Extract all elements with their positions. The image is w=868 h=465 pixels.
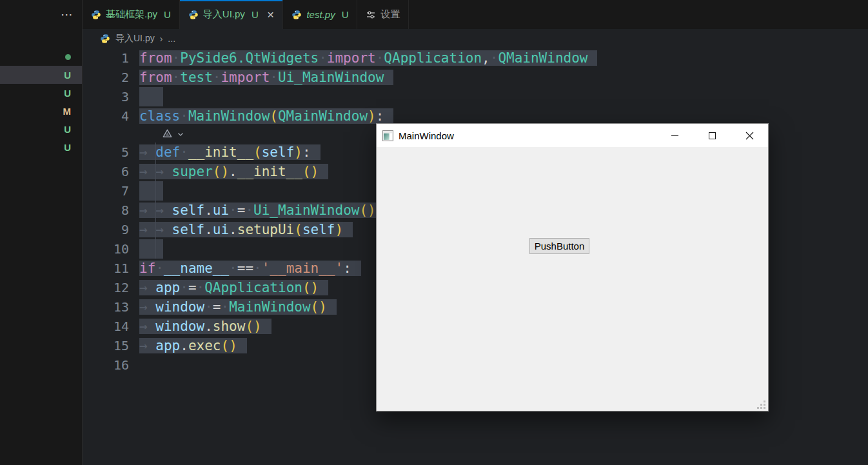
minimize-button[interactable] <box>656 124 693 147</box>
token: . <box>229 222 237 237</box>
token: class <box>139 108 180 124</box>
explorer-item[interactable]: M <box>0 102 82 120</box>
close-button[interactable] <box>731 124 768 147</box>
token: ) <box>319 299 327 315</box>
token: QMainWindow <box>278 108 368 124</box>
token: ui <box>213 203 229 218</box>
python-icon <box>100 34 110 44</box>
line-number: 12 <box>83 278 129 297</box>
maximize-button[interactable] <box>693 124 731 147</box>
git-status-badge: U <box>64 70 71 81</box>
token: · <box>172 70 181 85</box>
code-line[interactable]: 3 <box>83 87 868 106</box>
line-content: → app.exec() <box>139 338 247 353</box>
explorer-item[interactable]: U <box>0 66 82 84</box>
token: → <box>139 338 155 353</box>
indent-guide <box>155 143 156 162</box>
qt-window-title: MainWindow <box>399 130 454 141</box>
code-line[interactable]: 2from·test·import·Ui_MainWindow <box>83 68 868 87</box>
token: ) <box>253 319 262 334</box>
line-number: 2 <box>83 68 129 87</box>
close-icon[interactable]: ✕ <box>267 10 275 20</box>
token: __init__ <box>237 164 302 179</box>
git-status-badge: M <box>63 106 72 117</box>
token: MainWindow <box>188 108 270 124</box>
token: ( <box>294 222 302 237</box>
selection: → window.show() <box>139 319 271 334</box>
qt-caption-buttons <box>656 124 768 147</box>
resize-grip[interactable] <box>757 400 766 409</box>
explorer-item[interactable]: U <box>0 84 82 102</box>
line-number: 15 <box>83 336 129 355</box>
selection: → app.exec() <box>139 338 247 353</box>
tab-label: 基础框架.py <box>106 8 157 21</box>
token: self <box>302 222 335 237</box>
indent-guide <box>155 181 156 201</box>
line-number: 3 <box>83 87 129 106</box>
token: exec <box>188 338 221 353</box>
git-status-badge: U <box>342 9 349 20</box>
token: ( <box>359 203 368 218</box>
token: ( <box>245 319 253 334</box>
editor-tab[interactable]: test.pyU <box>283 0 357 29</box>
token: show <box>213 319 246 334</box>
token: window <box>155 299 204 315</box>
token: → <box>139 319 155 334</box>
explorer-item[interactable]: U <box>0 138 82 156</box>
line-content: → window.show() <box>139 319 271 334</box>
token: , <box>482 50 490 66</box>
selection: class·MainWindow(QMainWindow): <box>139 108 393 124</box>
token: import <box>221 70 270 85</box>
selection <box>139 239 163 259</box>
selection: → def·__init__(self): <box>139 144 321 160</box>
breadcrumb[interactable]: 导入UI.py › ... <box>83 29 868 48</box>
token: ( <box>213 164 221 179</box>
token: · <box>319 50 327 66</box>
breadcrumb-separator-icon: › <box>160 34 163 44</box>
more-actions-icon[interactable]: ⋯ <box>61 8 73 21</box>
ai-assistant-icon <box>161 128 173 140</box>
token: · <box>172 50 181 66</box>
token: = <box>188 280 197 295</box>
explorer-item[interactable]: U <box>0 120 82 138</box>
token: · <box>490 50 498 66</box>
line-number: 6 <box>83 162 129 181</box>
git-status-badge: U <box>252 9 259 20</box>
line-content: → def·__init__(self): <box>139 144 321 160</box>
tab-label: test.py <box>306 9 335 20</box>
token: · <box>180 144 188 160</box>
token: = <box>213 299 221 315</box>
token: app <box>155 338 180 353</box>
python-icon <box>188 10 199 20</box>
git-status-badge: U <box>64 88 71 99</box>
sidebar-header: ⋯ <box>0 0 82 29</box>
qt-mainwindow: MainWindow PushButton <box>376 123 769 411</box>
explorer-item[interactable] <box>0 48 82 66</box>
selection: from·PySide6.QtWidgets·import·QApplicati… <box>139 50 597 66</box>
editor-tab[interactable]: 基础框架.pyU <box>83 0 180 29</box>
breadcrumb-more[interactable]: ... <box>168 34 175 44</box>
token: . <box>204 203 213 218</box>
push-button[interactable]: PushButton <box>529 238 589 254</box>
qt-titlebar[interactable]: MainWindow <box>377 124 768 147</box>
editor-tab[interactable]: 设置 <box>357 0 409 29</box>
token: · <box>229 261 237 276</box>
python-icon <box>91 10 101 20</box>
token: if <box>139 261 155 276</box>
line-number: 1 <box>83 48 129 68</box>
token: import <box>327 50 376 66</box>
token: · <box>245 203 253 218</box>
line-number: 5 <box>83 143 129 162</box>
token: super <box>172 164 213 179</box>
token: self <box>262 144 295 160</box>
selection: from·test·import·Ui_MainWindow <box>139 70 393 85</box>
line-number: 9 <box>83 220 129 239</box>
token: ( <box>311 299 319 315</box>
editor-tab[interactable]: 导入UI.pyU✕ <box>180 0 284 29</box>
breadcrumb-file[interactable]: 导入UI.py <box>115 33 155 45</box>
selection: → window·=·MainWindow() <box>139 299 337 315</box>
token: · <box>197 280 205 295</box>
tab-label: 设置 <box>380 8 400 21</box>
code-line[interactable]: 1from·PySide6.QtWidgets·import·QApplicat… <box>83 48 868 68</box>
token: ) <box>229 338 237 353</box>
